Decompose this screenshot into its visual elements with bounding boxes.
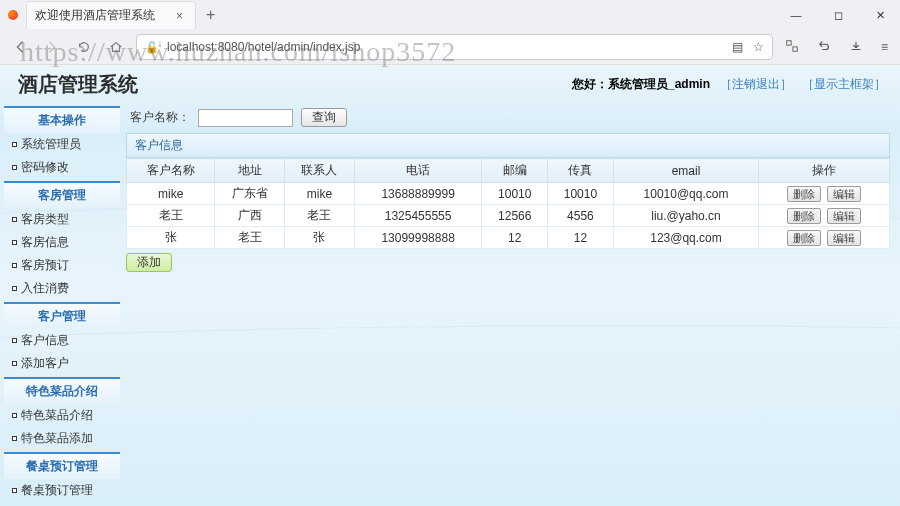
- url-text: localhost:8080/hotel/admin/index.jsp: [167, 40, 360, 54]
- delete-button[interactable]: 删除: [787, 230, 821, 246]
- customer-name-input[interactable]: [198, 109, 293, 127]
- sidebar-group-head[interactable]: 客户管理: [4, 302, 120, 329]
- edit-button[interactable]: 编辑: [827, 186, 861, 202]
- firefox-logo-icon: [8, 10, 18, 20]
- bullet-icon: [12, 286, 17, 291]
- edit-button[interactable]: 编辑: [827, 208, 861, 224]
- browser-tab[interactable]: 欢迎使用酒店管理系统 ×: [26, 1, 196, 29]
- search-button[interactable]: 查询: [301, 108, 347, 127]
- table-cell: 10010: [482, 183, 548, 205]
- bullet-icon: [12, 488, 17, 493]
- main-panel: 客户名称： 查询 客户信息 客户名称地址联系人电话邮编传真email操作 mik…: [120, 102, 900, 506]
- window-close-button[interactable]: ✕: [860, 1, 900, 29]
- svg-rect-0: [787, 40, 791, 44]
- sidebar-item-label: 密码修改: [21, 159, 69, 176]
- table-cell: 老王: [127, 205, 215, 227]
- table-cell: 1325455555: [354, 205, 482, 227]
- sidebar-group-head[interactable]: 餐桌预订管理: [4, 452, 120, 479]
- table-cell: 张: [127, 227, 215, 249]
- sidebar-item-label: 客房类型: [21, 211, 69, 228]
- table-row: 老王广西老王1325455555125664556liu.@yaho.cn删除 …: [127, 205, 890, 227]
- app-header: 酒店管理系统 您好：系统管理员_admin ［注销退出］ ［显示主框架］: [0, 65, 900, 102]
- sidebar-item-label: 餐桌预订管理: [21, 482, 93, 499]
- add-button[interactable]: 添加: [126, 253, 172, 272]
- home-button[interactable]: [104, 35, 128, 59]
- sidebar-item[interactable]: 特色菜品添加: [4, 427, 120, 450]
- undo-icon[interactable]: [813, 37, 835, 58]
- table-cell: 张: [285, 227, 355, 249]
- table-cell: 广西: [215, 205, 285, 227]
- sidebar-item-label: 客房预订: [21, 257, 69, 274]
- new-tab-button[interactable]: +: [196, 6, 225, 24]
- table-cell: 10010: [548, 183, 614, 205]
- edit-button[interactable]: 编辑: [827, 230, 861, 246]
- back-button[interactable]: [8, 35, 32, 59]
- table-header: 地址: [215, 159, 285, 183]
- sidebar-item[interactable]: 餐桌预订添加: [4, 502, 120, 506]
- sidebar-item-label: 系统管理员: [21, 136, 81, 153]
- bullet-icon: [12, 263, 17, 268]
- sidebar-item[interactable]: 客房类型: [4, 208, 120, 231]
- sidebar-item-label: 客房信息: [21, 234, 69, 251]
- operation-cell: 删除 编辑: [759, 227, 890, 249]
- table-header: 操作: [759, 159, 890, 183]
- bullet-icon: [12, 240, 17, 245]
- logout-link[interactable]: ［注销退出］: [720, 76, 792, 93]
- sidebar-item-label: 客户信息: [21, 332, 69, 349]
- sidebar-item[interactable]: 密码修改: [4, 156, 120, 179]
- table-header: 邮编: [482, 159, 548, 183]
- operation-cell: 删除 编辑: [759, 183, 890, 205]
- table-cell: mike: [127, 183, 215, 205]
- user-greeting: 您好：系统管理员_admin: [572, 76, 710, 93]
- tab-title: 欢迎使用酒店管理系统: [35, 7, 155, 24]
- sidebar-item[interactable]: 入住消费: [4, 277, 120, 300]
- delete-button[interactable]: 删除: [787, 208, 821, 224]
- bookmark-star-icon[interactable]: ☆: [753, 40, 764, 54]
- table-cell: 13688889999: [354, 183, 482, 205]
- app-container: 酒店管理系统 您好：系统管理员_admin ［注销退出］ ［显示主框架］ 基本操…: [0, 65, 900, 506]
- svg-rect-1: [793, 46, 797, 50]
- sidebar-item[interactable]: 餐桌预订管理: [4, 479, 120, 502]
- table-header: email: [613, 159, 759, 183]
- table-cell: 广东省: [215, 183, 285, 205]
- sidebar: 基本操作系统管理员密码修改客房管理客房类型客房信息客房预订入住消费客户管理客户信…: [0, 102, 120, 506]
- table-row: mike广东省mike13688889999100101001010010@qq…: [127, 183, 890, 205]
- bullet-icon: [12, 142, 17, 147]
- lock-icon: 🔓ⁱ: [145, 41, 161, 54]
- table-cell: 4556: [548, 205, 614, 227]
- sidebar-item[interactable]: 特色菜品介绍: [4, 404, 120, 427]
- customer-table: 客户名称地址联系人电话邮编传真email操作 mike广东省mike136888…: [126, 158, 890, 249]
- window-minimize-button[interactable]: ―: [776, 1, 816, 29]
- table-header: 传真: [548, 159, 614, 183]
- sidebar-group-head[interactable]: 客房管理: [4, 181, 120, 208]
- search-row: 客户名称： 查询: [126, 106, 890, 133]
- bullet-icon: [12, 436, 17, 441]
- close-tab-icon[interactable]: ×: [172, 9, 187, 23]
- sidebar-item-label: 入住消费: [21, 280, 69, 297]
- sidebar-item[interactable]: 添加客户: [4, 352, 120, 375]
- reader-mode-icon[interactable]: ▤: [732, 40, 743, 54]
- table-cell: 123@qq.com: [613, 227, 759, 249]
- table-header: 电话: [354, 159, 482, 183]
- app-title: 酒店管理系统: [18, 71, 138, 98]
- browser-chrome: 欢迎使用酒店管理系统 × + ― ◻ ✕ 🔓ⁱ localhost:8080/h…: [0, 0, 900, 65]
- table-cell: liu.@yaho.cn: [613, 205, 759, 227]
- delete-button[interactable]: 删除: [787, 186, 821, 202]
- address-bar[interactable]: 🔓ⁱ localhost:8080/hotel/admin/index.jsp …: [136, 34, 773, 60]
- save-icon[interactable]: [845, 37, 867, 58]
- sidebar-item-label: 特色菜品添加: [21, 430, 93, 447]
- sidebar-item[interactable]: 客户信息: [4, 329, 120, 352]
- sidebar-group-head[interactable]: 特色菜品介绍: [4, 377, 120, 404]
- forward-button[interactable]: [40, 35, 64, 59]
- sidebar-item[interactable]: 系统管理员: [4, 133, 120, 156]
- screenshot-icon[interactable]: [781, 37, 803, 58]
- show-frame-link[interactable]: ［显示主框架］: [802, 76, 886, 93]
- table-cell: 老王: [285, 205, 355, 227]
- menu-icon[interactable]: ≡: [877, 38, 892, 56]
- sidebar-item[interactable]: 客房信息: [4, 231, 120, 254]
- search-label: 客户名称：: [130, 109, 190, 126]
- refresh-button[interactable]: [72, 35, 96, 59]
- sidebar-item[interactable]: 客房预订: [4, 254, 120, 277]
- window-maximize-button[interactable]: ◻: [818, 1, 858, 29]
- sidebar-group-head[interactable]: 基本操作: [4, 106, 120, 133]
